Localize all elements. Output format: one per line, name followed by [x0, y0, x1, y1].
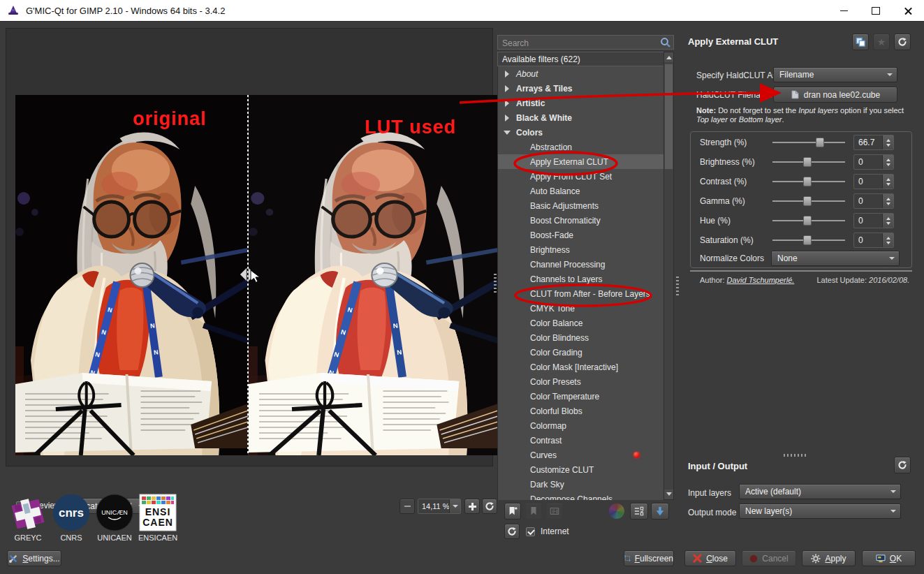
haldclut-filename-button[interactable]: dran noa lee02.cube — [773, 87, 897, 103]
filter-tree-item[interactable]: Brightness — [498, 242, 663, 257]
spinner-arrows[interactable] — [882, 175, 893, 189]
spinner-arrows[interactable] — [882, 194, 893, 208]
input-layers-dropdown[interactable]: Active (default) — [739, 484, 901, 499]
search-icon[interactable] — [660, 37, 671, 48]
scroll-up-button[interactable] — [664, 52, 673, 62]
slider[interactable] — [772, 172, 845, 191]
zoom-in-button[interactable] — [464, 499, 480, 514]
expander-icon[interactable] — [505, 115, 509, 122]
filter-tree-item[interactable]: Channel Processing — [498, 257, 663, 272]
filter-list-scrollbar[interactable] — [663, 52, 674, 500]
apply-button[interactable]: Apply — [802, 550, 856, 566]
splitter-grip-io[interactable] — [784, 454, 807, 457]
spinner-arrows[interactable] — [882, 155, 893, 169]
zoom-out-button[interactable] — [399, 499, 415, 514]
filter-tree-item[interactable]: Artistic — [498, 96, 663, 110]
filter-tree-item[interactable]: Color Temperature — [498, 389, 663, 404]
view-settings-button[interactable] — [630, 503, 648, 520]
value-spinbox[interactable]: 0 — [853, 233, 894, 248]
preview-image-original[interactable] — [15, 95, 248, 455]
output-mode-dropdown[interactable]: New layer(s) — [739, 503, 901, 519]
download-filters-button[interactable] — [651, 503, 669, 520]
slider-handle[interactable] — [816, 138, 824, 147]
filter-tree-item[interactable]: Apply From CLUT Set — [498, 169, 663, 184]
value-spinbox[interactable]: 0 — [853, 174, 894, 189]
slider-handle[interactable] — [803, 235, 812, 245]
filter-tree: About Arrays & Tiles Artistic Black & Wh… — [497, 66, 663, 500]
splitter-grip-right[interactable] — [676, 277, 679, 296]
slider-handle[interactable] — [803, 177, 812, 186]
window-minimize-button[interactable] — [828, 0, 860, 21]
specify-haldclut-dropdown[interactable]: Filename — [773, 67, 897, 82]
filter-tree-item[interactable]: Black & White — [498, 110, 663, 125]
spinner-arrows[interactable] — [882, 135, 893, 149]
filter-tree-item[interactable]: Boost-Fade — [498, 228, 663, 242]
filter-tree-item[interactable]: Color Blindness — [498, 330, 663, 345]
filter-tree-item[interactable]: Customize CLUT — [498, 462, 663, 477]
spinner-arrows[interactable] — [882, 214, 893, 228]
zoom-dropdown-arrow-icon[interactable] — [449, 499, 460, 513]
spinner-arrows[interactable] — [882, 233, 893, 247]
filter-tree-item[interactable]: Contrast — [498, 433, 663, 448]
cancel-button: Cancel — [742, 550, 796, 566]
refresh-filters-button[interactable] — [504, 524, 520, 539]
filter-tree-item[interactable]: Apply External CLUT — [498, 154, 663, 169]
add-fave-button[interactable] — [504, 503, 521, 520]
slider[interactable] — [772, 211, 845, 230]
author-link[interactable]: David Tschumperlé. — [727, 276, 795, 284]
preview-refresh-button[interactable] — [482, 499, 497, 514]
expander-icon[interactable] — [505, 85, 509, 92]
expander-icon[interactable] — [504, 131, 511, 135]
splitter-grip-left[interactable] — [494, 274, 497, 293]
expander-icon[interactable] — [505, 71, 509, 78]
duplicate-window-button[interactable] — [852, 34, 869, 50]
filter-tree-item[interactable]: Colorful Blobs — [498, 404, 663, 418]
filter-tree-item[interactable]: Color Grading — [498, 345, 663, 360]
value-spinbox[interactable]: 0 — [853, 213, 894, 228]
scroll-down-button[interactable] — [664, 490, 673, 499]
internet-checkbox[interactable] — [526, 527, 535, 536]
value-spinbox[interactable]: 66.7 — [853, 135, 894, 150]
filter-tree-item[interactable]: Basic Adjustments — [498, 198, 663, 213]
reset-parameters-button[interactable] — [894, 34, 911, 50]
filter-tree-item[interactable]: Colors — [498, 125, 663, 140]
filter-tree-item[interactable]: Channels to Layers — [498, 272, 663, 286]
filter-tree-item[interactable]: Color Presets — [498, 374, 663, 389]
filter-tree-item[interactable]: Colormap — [498, 418, 663, 433]
slider[interactable] — [772, 152, 845, 172]
fullscreen-button[interactable]: Fullscreen — [624, 550, 674, 566]
scrollbar-thumb[interactable] — [664, 64, 673, 170]
tools-icon — [8, 554, 18, 564]
slider-handle[interactable] — [803, 196, 812, 206]
value-spinbox[interactable]: 0 — [853, 154, 894, 170]
slider-handle[interactable] — [803, 157, 812, 167]
preview-image-lut[interactable] — [249, 95, 498, 455]
ok-button[interactable]: OK — [862, 550, 916, 566]
filter-tree-item[interactable]: Curves — [498, 448, 663, 462]
settings-button[interactable]: Settings... — [7, 550, 61, 566]
filter-tree-item[interactable]: CMYK Tone — [498, 301, 663, 316]
slider-handle[interactable] — [803, 216, 812, 226]
filter-tree-item[interactable]: Dark Sky — [498, 477, 663, 492]
filter-tree-item[interactable]: Abstraction — [498, 140, 663, 154]
filter-tree-item[interactable]: Color Mask [Interactive] — [498, 360, 663, 374]
filter-tree-item[interactable]: Boost Chromaticity — [498, 213, 663, 228]
filter-tree-item[interactable]: About — [498, 66, 663, 81]
expander-icon[interactable] — [505, 100, 509, 107]
normalize-colors-dropdown[interactable]: None — [771, 251, 900, 266]
filter-tree-item[interactable]: Arrays & Tiles — [498, 81, 663, 96]
slider[interactable] — [772, 191, 845, 211]
search-input[interactable] — [501, 36, 657, 50]
close-button[interactable]: Close — [684, 550, 736, 566]
slider[interactable] — [772, 230, 845, 250]
slider[interactable] — [772, 133, 845, 152]
window-maximize-button[interactable] — [860, 0, 892, 21]
io-reset-button[interactable] — [894, 457, 911, 473]
value-spinbox[interactable]: 0 — [853, 193, 894, 209]
filter-tree-item[interactable]: CLUT from After - Before Layers — [498, 286, 663, 301]
filter-tree-item[interactable]: Decompose Channels — [498, 492, 663, 500]
zoom-level-combo[interactable]: 14,11 % — [418, 499, 461, 514]
filter-tree-item[interactable]: Color Balance — [498, 316, 663, 330]
filter-tree-item[interactable]: Auto Balance — [498, 184, 663, 198]
window-close-button[interactable] — [892, 0, 924, 21]
